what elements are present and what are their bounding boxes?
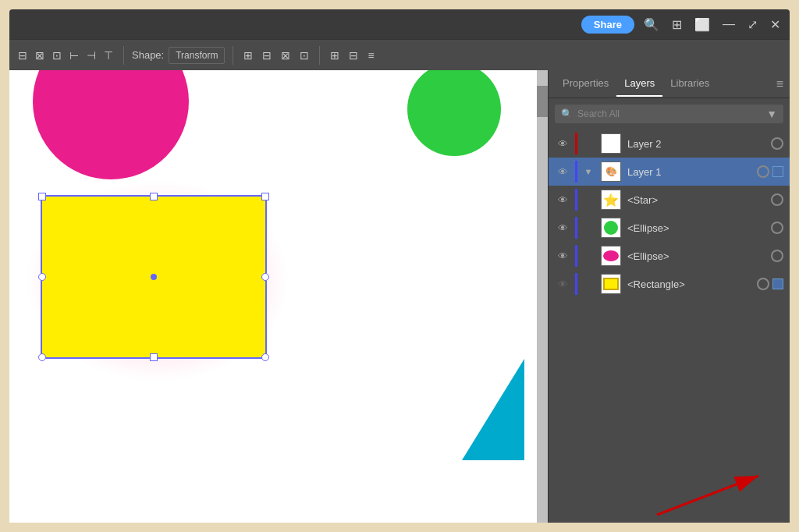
layer-row-ellipse2[interactable]: 👁 <Ellipse> [549, 242, 790, 270]
expand-layer1[interactable]: ▼ [582, 167, 595, 176]
layer-name-star: <Star> [627, 194, 768, 206]
thumb-layer1: 🎨 [601, 161, 621, 182]
eye-icon-star[interactable]: 👁 [555, 194, 570, 206]
layer-name-layer1: Layer 1 [627, 166, 754, 178]
color-bar-layer1 [575, 161, 577, 183]
circle-btn-layer1[interactable] [757, 165, 769, 178]
circle-btn-layer2[interactable] [771, 137, 783, 150]
search-icon[interactable]: 🔍 [641, 16, 662, 34]
square-btn-rectangle[interactable] [772, 278, 783, 289]
canvas-scrollbar[interactable] [537, 70, 548, 523]
list-icon[interactable]: ≡ [365, 48, 376, 63]
panel-menu-icon[interactable]: ≡ [776, 77, 783, 91]
align-right-icon[interactable]: ⊡ [50, 48, 64, 63]
color-bar-ellipse1 [575, 217, 577, 239]
layers-list: 👁 Layer 2 👁 ▼ 🎨 Layer 1 [549, 129, 790, 460]
close-icon[interactable]: ✕ [767, 16, 783, 34]
transform-icon-3[interactable]: ⊠ [279, 48, 293, 63]
thumb-inner-pink [603, 250, 619, 261]
thumb-inner-yellow [603, 278, 619, 290]
circle-btn-ellipse1[interactable] [771, 222, 783, 234]
square-btn-layer1[interactable] [772, 166, 783, 177]
circle-btn-star[interactable] [771, 193, 783, 206]
grid-icon[interactable]: ⊞ [669, 16, 685, 34]
eye-icon-layer1[interactable]: 👁 [555, 166, 570, 178]
transform-icon-4[interactable]: ⊡ [297, 48, 311, 63]
app-container: Share 🔍 ⊞ ⬜ — ⤢ ✕ ⊟ ⊠ ⊡ ⊢ ⊣ ⊤ Shape: Tra… [0, 0, 799, 532]
main-content: Properties Layers Libraries ≡ 🔍 ▼ 👁 [9, 70, 790, 523]
color-bar-rectangle [575, 273, 577, 295]
shape-blue-triangle[interactable] [462, 359, 524, 460]
align-top-icon[interactable]: ⊢ [67, 48, 81, 63]
share-button[interactable]: Share [581, 16, 634, 34]
canvas-shapes [9, 70, 548, 523]
shape-yellow-rect[interactable] [41, 195, 267, 359]
align-bottom-icon[interactable]: ⊤ [101, 48, 115, 63]
circle-btn-rectangle[interactable] [757, 278, 769, 290]
tab-libraries[interactable]: Libraries [662, 71, 717, 97]
color-bar-layer2 [575, 133, 577, 154]
top-bar: Share 🔍 ⊞ ⬜ — ⤢ ✕ [9, 9, 790, 39]
shape-pink-circle[interactable] [33, 70, 189, 179]
align-center-icon[interactable]: ⊠ [33, 48, 47, 63]
toolbar-divider-3 [319, 46, 320, 65]
layer-row-star[interactable]: 👁 ⭐ <Star> [549, 186, 790, 214]
thumb-ellipse2 [601, 246, 621, 266]
eye-icon-rectangle[interactable]: 👁 [555, 278, 570, 290]
shape-green-circle[interactable] [407, 70, 501, 156]
thumb-layer2 [601, 133, 621, 154]
align-left-icon[interactable]: ⊟ [16, 48, 30, 63]
search-input[interactable] [577, 108, 758, 119]
layer-row-rectangle[interactable]: 👁 <Rectangle> [549, 270, 790, 298]
layer-row-layer2[interactable]: 👁 Layer 2 [549, 129, 790, 158]
thumb-inner-green [604, 221, 618, 235]
transform-button[interactable]: Transform [169, 47, 225, 64]
toolbar-divider-1 [123, 46, 124, 65]
eye-icon-layer2[interactable]: 👁 [555, 138, 570, 150]
red-arrow [634, 460, 790, 523]
shape-label: Shape: [132, 49, 164, 61]
color-bar-star [575, 189, 577, 211]
thumb-ellipse1 [601, 218, 621, 238]
right-panel: Properties Layers Libraries ≡ 🔍 ▼ 👁 [548, 70, 790, 523]
eye-icon-ellipse1[interactable]: 👁 [555, 222, 570, 234]
align-middle-icon[interactable]: ⊣ [84, 48, 98, 63]
layer-row-layer1[interactable]: 👁 ▼ 🎨 Layer 1 [549, 158, 790, 186]
filter-icon[interactable]: ▼ [766, 108, 777, 120]
search-icon-sm: 🔍 [561, 108, 573, 119]
layer-search[interactable]: 🔍 ▼ [555, 105, 783, 123]
arrow-area [549, 460, 790, 523]
window-icon[interactable]: ⬜ [691, 16, 713, 34]
tab-properties[interactable]: Properties [555, 71, 616, 97]
align-group: ⊟ ⊠ ⊡ ⊢ ⊣ ⊤ [16, 48, 115, 63]
layer-row-ellipse1[interactable]: 👁 <Ellipse> [549, 214, 790, 242]
tab-layers[interactable]: Layers [616, 71, 662, 97]
layer-name-ellipse1: <Ellipse> [627, 222, 768, 234]
panel-tabs: Properties Layers Libraries ≡ [549, 70, 790, 98]
distribute-icon-1[interactable]: ⊞ [328, 48, 342, 63]
toolbar: ⊟ ⊠ ⊡ ⊢ ⊣ ⊤ Shape: Transform ⊞ ⊟ ⊠ ⊡ ⊞ ⊟… [9, 39, 790, 70]
transform-icon-2[interactable]: ⊟ [260, 48, 274, 63]
maximize-icon[interactable]: ⤢ [744, 16, 761, 34]
layer-name-layer2: Layer 2 [627, 138, 768, 150]
svg-line-1 [657, 476, 758, 515]
layer-name-ellipse2: <Ellipse> [627, 250, 768, 262]
thumb-star: ⭐ [601, 190, 621, 210]
distribute-icon-2[interactable]: ⊟ [346, 48, 360, 63]
center-dot [151, 274, 157, 280]
eye-icon-ellipse2[interactable]: 👁 [555, 250, 570, 262]
layer-name-rectangle: <Rectangle> [627, 278, 754, 290]
circle-btn-ellipse2[interactable] [771, 250, 783, 262]
thumb-rectangle [601, 274, 621, 294]
minimize-icon[interactable]: — [719, 16, 738, 33]
canvas-area[interactable] [9, 70, 548, 523]
color-bar-ellipse2 [575, 245, 577, 267]
canvas-scroll-thumb[interactable] [537, 86, 548, 117]
toolbar-divider-2 [233, 46, 233, 65]
transform-icon-1[interactable]: ⊞ [241, 48, 255, 63]
